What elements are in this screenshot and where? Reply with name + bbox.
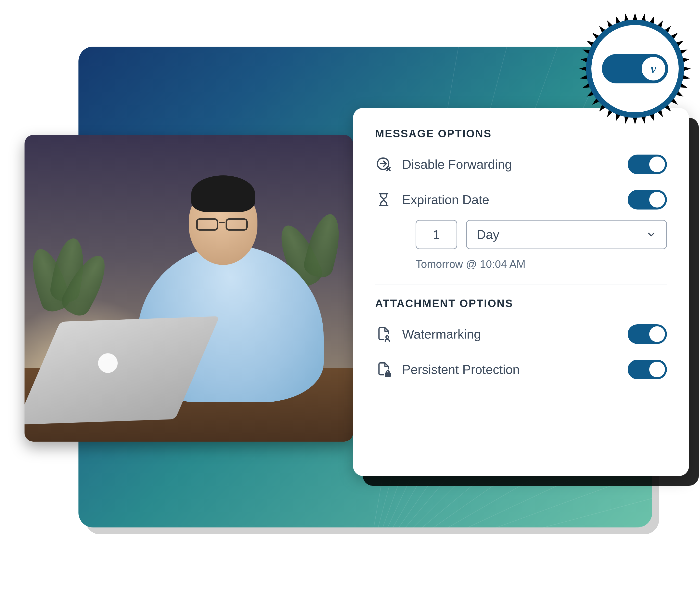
badge-circle: v xyxy=(586,20,684,118)
watermarking-row: Watermarking xyxy=(375,316,667,352)
feature-toggle-badge: v xyxy=(586,20,684,118)
badge-toggle[interactable]: v xyxy=(602,54,668,83)
persistent-protection-row: Persistent Protection xyxy=(375,352,667,387)
file-user-icon xyxy=(375,326,392,342)
expiration-unit-select[interactable]: Day xyxy=(466,220,667,249)
section-divider xyxy=(375,285,667,285)
watermarking-toggle[interactable] xyxy=(628,324,667,344)
file-lock-icon xyxy=(375,361,392,378)
badge-knob-glyph: v xyxy=(651,63,656,75)
expiration-date-toggle[interactable] xyxy=(628,190,667,210)
expiration-date-label: Expiration Date xyxy=(402,192,618,207)
options-panel: MESSAGE OPTIONS Disable Forwarding xyxy=(353,108,689,476)
expiration-unit-value: Day xyxy=(477,227,499,242)
hero-photo xyxy=(25,135,353,441)
disable-forwarding-row: Disable Forwarding xyxy=(375,147,667,182)
disable-forwarding-label: Disable Forwarding xyxy=(402,157,618,172)
svg-point-3 xyxy=(386,336,389,339)
disable-forwarding-toggle[interactable] xyxy=(628,154,667,174)
attachment-options-title: ATTACHMENT OPTIONS xyxy=(375,297,667,310)
expiration-count-input[interactable] xyxy=(416,220,457,249)
forward-disabled-icon xyxy=(375,157,392,172)
persistent-protection-label: Persistent Protection xyxy=(402,362,618,377)
message-options-title: MESSAGE OPTIONS xyxy=(375,127,667,140)
hourglass-icon xyxy=(375,192,392,207)
expiration-hint: Tomorrow @ 10:04 AM xyxy=(416,258,667,270)
svg-rect-4 xyxy=(385,373,390,377)
watermarking-label: Watermarking xyxy=(402,327,618,341)
persistent-protection-toggle[interactable] xyxy=(628,360,667,379)
expiration-date-row: Expiration Date xyxy=(375,182,667,217)
chevron-down-icon xyxy=(646,229,656,240)
